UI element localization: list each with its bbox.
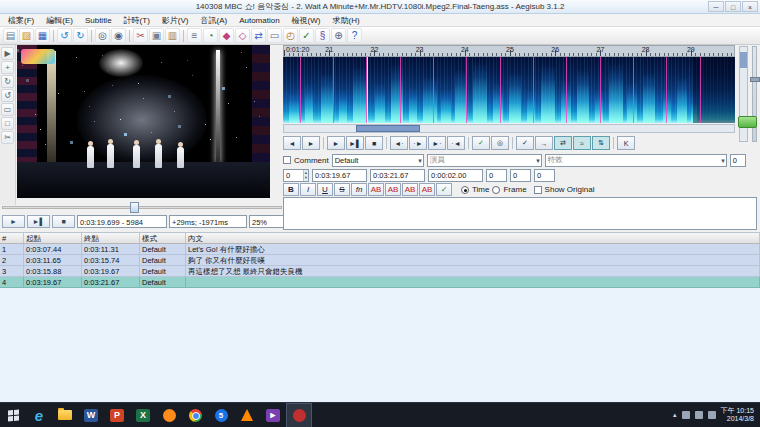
open-subtitles-icon[interactable]: ▨ [19, 28, 34, 43]
show-original-checkbox[interactable] [534, 186, 542, 194]
video-play-line-button[interactable]: ►▌ [27, 215, 50, 228]
tray-expand-icon[interactable]: ▴ [673, 411, 677, 419]
tray-status-icon[interactable] [682, 411, 690, 419]
color-primary-button[interactable]: AB [368, 183, 384, 196]
select-lines-icon[interactable]: ≡ [187, 28, 202, 43]
audio-scrollbar[interactable] [283, 124, 735, 133]
vlc-icon[interactable] [234, 403, 260, 427]
time-radio[interactable] [461, 186, 469, 194]
play-first-500-button[interactable]: ·► [409, 136, 427, 150]
redo-icon[interactable]: ↻ [73, 28, 88, 43]
drag-mode-icon[interactable]: + [1, 61, 14, 74]
paste-icon[interactable]: ▥ [165, 28, 180, 43]
seek-thumb[interactable] [130, 202, 139, 213]
minimize-button[interactable]: ─ [708, 1, 724, 12]
layer-spinner[interactable]: 0 [283, 169, 309, 182]
italic-button[interactable]: I [300, 183, 316, 196]
play-line-button[interactable]: ►▌ [346, 136, 364, 150]
grid-column-header[interactable]: 樣式 [140, 233, 186, 243]
audio-vertical-thumb[interactable] [740, 52, 747, 68]
scroll-left-button[interactable]: ◄ [283, 136, 301, 150]
margin-left-field[interactable]: 0 [486, 169, 507, 182]
automation-icon[interactable]: § [315, 28, 330, 43]
seek-track[interactable] [2, 206, 282, 209]
scale-icon[interactable]: ▭ [1, 103, 14, 116]
word-icon[interactable]: W [78, 403, 104, 427]
font-button[interactable]: fn [351, 183, 367, 196]
undo-icon[interactable]: ↺ [57, 28, 72, 43]
grid-column-header[interactable]: 起點 [24, 233, 82, 243]
ie-icon[interactable]: e [26, 403, 52, 427]
audio-timeline[interactable]: 0:01:20212223242526272829 [283, 45, 735, 57]
copy-icon[interactable]: ▣ [149, 28, 164, 43]
color-shadow-button[interactable]: AB [419, 183, 435, 196]
subtitle-edit-textarea[interactable] [283, 197, 757, 230]
subtitle-row[interactable]: 40:03:19.670:03:21.67Default [0, 277, 760, 288]
end-time-field[interactable]: 0:03:21.67 [370, 169, 425, 182]
replace-icon[interactable]: ◉ [111, 28, 126, 43]
menu-automation[interactable]: Automation [233, 14, 285, 27]
menu-audio[interactable]: 音訊(A) [194, 14, 233, 27]
browser5-icon[interactable]: 5 [208, 403, 234, 427]
spellcheck-icon[interactable]: ✓ [299, 28, 314, 43]
goto-selection-button[interactable]: ◎ [491, 136, 509, 150]
cut-icon[interactable]: ✂ [133, 28, 148, 43]
play-selection-button[interactable]: ► [327, 136, 345, 150]
video-play-button[interactable]: ► [2, 215, 25, 228]
video-stop-button[interactable]: ■ [52, 215, 75, 228]
title-bar[interactable]: 140308 MBC 쇼! 음악중심 - 2. Wait A Minute+Mr… [0, 0, 760, 14]
comment-checkbox[interactable] [283, 156, 291, 164]
actor-combo[interactable]: 演員 ▾ [427, 154, 542, 167]
menu-edit[interactable]: 編輯(E) [40, 14, 79, 27]
audio-spectrogram[interactable] [283, 57, 735, 123]
standard-mode-icon[interactable]: ▶ [1, 47, 14, 60]
margin-right-field[interactable]: 0 [510, 169, 531, 182]
menu-view[interactable]: 檢視(W) [286, 14, 327, 27]
options-icon[interactable]: ⊕ [331, 28, 346, 43]
excel-icon[interactable]: X [130, 403, 156, 427]
commit-button[interactable]: ✓ [472, 136, 490, 150]
rotate-z-icon[interactable]: ↻ [1, 75, 14, 88]
menu-file[interactable]: 檔案(F) [2, 14, 40, 27]
menu-help[interactable]: 求助(H) [327, 14, 366, 27]
tray-volume-icon[interactable] [708, 411, 716, 419]
translation-assistant-icon[interactable]: ⇄ [251, 28, 266, 43]
resample-icon[interactable]: ▭ [267, 28, 282, 43]
subtitle-row[interactable]: 20:03:11.650:03:15.74Default夠了 你又有什麼好長嘆 [0, 255, 760, 266]
powerpoint-icon[interactable]: P [104, 403, 130, 427]
start-time-field[interactable]: 0:03:19.67 [312, 169, 367, 182]
underline-button[interactable]: U [317, 183, 333, 196]
tray-network-icon[interactable] [695, 411, 703, 419]
play-500-after-button[interactable]: ·◄ [447, 136, 465, 150]
menu-subtitle[interactable]: Subtitle [79, 14, 118, 27]
new-subtitles-icon[interactable]: ▤ [3, 28, 18, 43]
frame-radio[interactable] [492, 186, 500, 194]
audio-scrollbar-thumb[interactable] [356, 125, 420, 132]
rotate-xy-icon[interactable]: ↺ [1, 89, 14, 102]
stop-button[interactable]: ■ [365, 136, 383, 150]
color-outline-button[interactable]: AB [402, 183, 418, 196]
timing-postprocessor-icon[interactable]: ◴ [283, 28, 298, 43]
effect-combo[interactable]: 特效 ▾ [545, 154, 727, 167]
duration-field[interactable]: 0:00:02.00 [428, 169, 483, 182]
commit-check-button[interactable]: ✓ [436, 183, 452, 196]
spectrum-toggle[interactable]: ≈ [573, 136, 591, 150]
scroll-right-button[interactable]: ► [302, 136, 320, 150]
grid-column-header[interactable]: # [0, 233, 24, 243]
margin-vertical-field[interactable]: 0 [534, 169, 555, 182]
shift-times-icon[interactable]: ◔ [203, 28, 218, 43]
find-icon[interactable]: ◎ [95, 28, 110, 43]
bold-button[interactable]: B [283, 183, 299, 196]
play-last-500-button[interactable]: ►· [428, 136, 446, 150]
play-500-before-button[interactable]: ◄· [390, 136, 408, 150]
karaoke-toggle[interactable]: K [617, 136, 635, 150]
media-player-icon[interactable]: ► [260, 403, 286, 427]
start-button[interactable] [0, 403, 26, 427]
color-secondary-button[interactable]: AB [385, 183, 401, 196]
styles-manager-icon[interactable]: ◆ [219, 28, 234, 43]
style-assistant-icon[interactable]: ◇ [235, 28, 250, 43]
aegisub-icon[interactable] [286, 403, 312, 427]
chrome-icon[interactable] [182, 403, 208, 427]
strikeout-button[interactable]: S [334, 183, 350, 196]
grid-column-header[interactable]: 內文 [186, 233, 760, 243]
